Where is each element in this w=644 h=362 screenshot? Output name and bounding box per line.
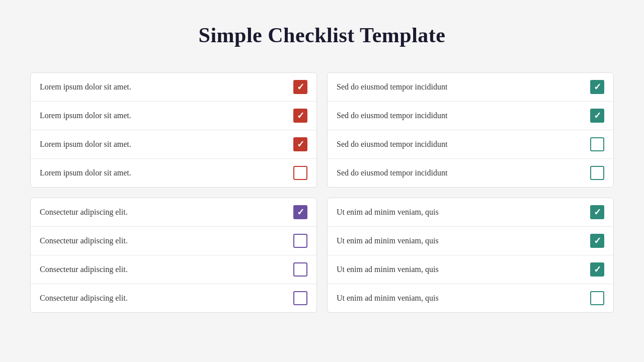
item-text: Consectetur adipiscing elit. <box>40 265 128 274</box>
item-text: Ut enim ad minim veniam, quis <box>337 236 439 245</box>
checkbox[interactable] <box>590 166 604 180</box>
item-text: Sed do eiusmod tempor incididunt <box>337 111 447 120</box>
checkbox[interactable] <box>590 262 604 277</box>
checkmark-icon <box>297 110 304 121</box>
checkbox[interactable] <box>293 291 307 305</box>
list-item: Lorem ipsum dolor sit amet. <box>31 159 316 187</box>
checkbox[interactable] <box>590 234 604 248</box>
list-item: Consectetur adipiscing elit. <box>31 284 316 312</box>
checkmark-icon <box>594 235 601 246</box>
item-text: Ut enim ad minim veniam, quis <box>337 294 439 303</box>
checkmark-icon <box>594 264 601 275</box>
checkbox[interactable] <box>590 80 604 94</box>
checkbox[interactable] <box>293 234 307 248</box>
list-item: Sed do eiusmod tempor incididunt <box>328 130 613 159</box>
checklist-group-4: Ut enim ad minim veniam, quisUt enim ad … <box>327 198 614 313</box>
page-title: Simple Checklist Template <box>199 23 446 47</box>
checkmark-icon <box>297 207 304 218</box>
item-text: Lorem ipsum dolor sit amet. <box>40 111 131 120</box>
checkbox[interactable] <box>293 166 307 180</box>
checkbox[interactable] <box>590 291 604 305</box>
list-item: Lorem ipsum dolor sit amet. <box>31 73 316 102</box>
checklist-group-2: Sed do eiusmod tempor incididuntSed do e… <box>327 72 614 188</box>
item-text: Consectetur adipiscing elit. <box>40 236 128 245</box>
item-text: Ut enim ad minim veniam, quis <box>337 208 439 217</box>
list-item: Ut enim ad minim veniam, quis <box>328 284 613 312</box>
item-text: Sed do eiusmod tempor incididunt <box>337 168 447 177</box>
list-item: Ut enim ad minim veniam, quis <box>328 198 613 227</box>
checkbox[interactable] <box>293 205 307 219</box>
item-text: Lorem ipsum dolor sit amet. <box>40 140 131 149</box>
item-text: Lorem ipsum dolor sit amet. <box>40 168 131 177</box>
item-text: Consectetur adipiscing elit. <box>40 294 128 303</box>
checkmark-icon <box>297 81 304 93</box>
checkmark-icon <box>594 110 601 121</box>
checkmark-icon <box>297 139 304 150</box>
checklist-grid: Lorem ipsum dolor sit amet.Lorem ipsum d… <box>20 72 624 313</box>
list-item: Lorem ipsum dolor sit amet. <box>31 130 316 159</box>
list-item: Sed do eiusmod tempor incididunt <box>328 159 613 187</box>
checkmark-icon <box>594 207 601 218</box>
list-item: Consectetur adipiscing elit. <box>31 198 316 227</box>
checklist-group-1: Lorem ipsum dolor sit amet.Lorem ipsum d… <box>30 72 317 188</box>
list-item: Ut enim ad minim veniam, quis <box>328 255 613 284</box>
list-item: Consectetur adipiscing elit. <box>31 227 316 255</box>
checkbox[interactable] <box>293 137 307 151</box>
checkbox[interactable] <box>590 109 604 123</box>
item-text: Sed do eiusmod tempor incididunt <box>337 140 447 149</box>
checkbox[interactable] <box>590 205 604 219</box>
checkbox[interactable] <box>293 262 307 277</box>
checkbox[interactable] <box>590 137 604 151</box>
list-item: Lorem ipsum dolor sit amet. <box>31 102 316 130</box>
list-item: Ut enim ad minim veniam, quis <box>328 227 613 255</box>
item-text: Lorem ipsum dolor sit amet. <box>40 82 131 92</box>
item-text: Sed do eiusmod tempor incididunt <box>337 82 447 92</box>
checklist-group-3: Consectetur adipiscing elit.Consectetur … <box>30 198 317 313</box>
checkbox[interactable] <box>293 109 307 123</box>
list-item: Sed do eiusmod tempor incididunt <box>328 102 613 130</box>
list-item: Sed do eiusmod tempor incididunt <box>328 73 613 102</box>
checkbox[interactable] <box>293 80 307 94</box>
checkmark-icon <box>594 81 601 93</box>
list-item: Consectetur adipiscing elit. <box>31 255 316 284</box>
item-text: Consectetur adipiscing elit. <box>40 208 128 217</box>
item-text: Ut enim ad minim veniam, quis <box>337 265 439 274</box>
